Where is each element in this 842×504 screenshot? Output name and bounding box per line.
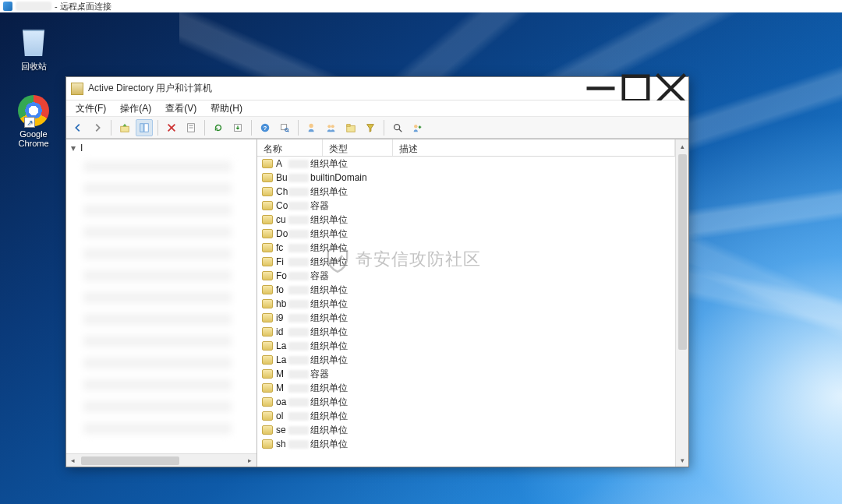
list-row[interactable]: i9组织单位 [257,311,675,325]
ou-folder-icon [262,425,273,435]
chrome-shortcut[interactable]: ↗ Google Chrome [6,95,61,148]
column-type[interactable]: 类型 [323,139,393,156]
delete-button[interactable] [163,119,180,136]
row-name-blurred [288,202,309,210]
rdp-icon [3,2,12,11]
refresh-button[interactable] [210,119,227,136]
tree-pane[interactable]: ▾I ◂ ▸ [66,139,257,467]
row-name-blurred [288,356,309,365]
list-body[interactable]: A组织单位BubuiltinDomainCh组织单位Co容器cu组织单位Do组织… [257,157,675,467]
menu-view[interactable]: 查看(V) [159,100,203,117]
row-type: 组织单位 [309,241,379,255]
column-name[interactable]: 名称 [257,139,323,156]
row-name-blurred [288,230,309,238]
properties-button[interactable] [182,119,200,136]
find-button[interactable] [276,119,293,136]
column-description[interactable]: 描述 [393,139,675,156]
list-row[interactable]: cu组织单位 [257,213,675,227]
list-row[interactable]: Fi组织单位 [257,255,675,269]
list-row[interactable]: Fo容器 [257,269,675,283]
row-name-blurred [288,244,309,252]
ou-folder-icon [262,229,273,238]
maximize-button[interactable] [618,77,653,100]
list-row[interactable]: M组织单位 [257,381,675,395]
recycle-bin-icon[interactable]: 回收站 [6,26,61,72]
aduc-titlebar[interactable]: Active Directory 用户和计算机 [66,77,688,100]
scroll-thumb[interactable] [678,154,687,350]
list-row[interactable]: sh组织单位 [257,437,675,451]
filter-button[interactable] [362,119,379,136]
recycle-bin-label: 回收站 [6,61,61,72]
toolbar-separator [384,120,384,136]
toolbar-separator [298,120,299,136]
list-vertical-scrollbar[interactable]: ▴ ▾ [675,139,688,467]
window-controls [583,77,688,100]
list-row[interactable]: se组织单位 [257,423,675,437]
list-row[interactable]: La组织单位 [257,339,675,353]
menu-help[interactable]: 帮助(H) [204,100,249,117]
new-group-button[interactable] [323,119,340,136]
row-name-blurred [288,384,309,393]
tree-horizontal-scrollbar[interactable]: ◂ ▸ [66,453,256,467]
row-type: 容器 [309,270,379,283]
row-name-prefix: sh [276,439,287,449]
menu-action[interactable]: 操作(A) [114,100,157,117]
scroll-up-icon[interactable]: ▴ [676,139,688,153]
nav-forward-button[interactable] [89,119,106,136]
list-row[interactable]: ol组织单位 [257,409,675,423]
help-button[interactable]: ? [256,119,274,136]
row-type: 组织单位 [309,213,379,227]
list-row[interactable]: oa组织单位 [257,395,675,409]
row-name-blurred [288,160,309,168]
list-row[interactable]: Ch组织单位 [257,185,675,199]
export-list-button[interactable] [229,119,246,136]
ou-folder-icon [262,187,273,196]
list-row[interactable]: id组织单位 [257,325,675,339]
list-row[interactable]: Do组织单位 [257,227,675,241]
list-row[interactable]: fc组织单位 [257,241,675,255]
list-row[interactable]: Co容器 [257,199,675,213]
add-to-group-button[interactable] [409,119,426,136]
row-name-blurred [288,258,309,266]
row-type: builtinDomain [309,172,379,183]
ou-folder-icon [262,285,273,294]
row-name-prefix: Fo [276,270,287,281]
ou-folder-icon [262,215,273,224]
search-button[interactable] [389,119,406,136]
list-row[interactable]: fo组织单位 [257,283,675,297]
row-name-blurred [288,286,309,294]
svg-line-24 [399,129,402,132]
row-name-blurred [288,174,309,182]
show-hide-tree-button[interactable] [136,119,153,136]
list-row[interactable]: A组织单位 [257,157,675,171]
row-type: 组织单位 [309,227,379,241]
scroll-down-icon[interactable]: ▾ [676,453,688,467]
list-row[interactable]: hb组织单位 [257,297,675,311]
row-name-blurred [288,328,309,337]
row-type: 组织单位 [309,298,379,311]
row-name-blurred [288,412,309,421]
close-button[interactable] [653,77,688,100]
ou-folder-icon [262,355,273,365]
up-level-button[interactable] [116,119,133,136]
nav-back-button[interactable] [69,119,87,136]
rdp-host-blurred [16,2,51,11]
expand-collapse-icon[interactable]: ▾ [71,143,79,153]
row-name-blurred [288,398,309,407]
scroll-left-icon[interactable]: ◂ [66,454,80,467]
menu-file[interactable]: 文件(F) [69,100,112,117]
list-row[interactable]: La组织单位 [257,353,675,367]
minimize-button[interactable] [583,77,618,100]
row-name-prefix: Do [276,228,287,239]
chrome-label: Google Chrome [6,129,61,148]
new-ou-button[interactable] [342,119,359,136]
pane-splitter[interactable] [254,139,260,467]
list-row[interactable]: M容器 [257,367,675,381]
row-name-prefix: La [276,354,287,365]
new-user-button[interactable] [303,119,320,136]
list-row[interactable]: BubuiltinDomain [257,171,675,185]
svg-point-25 [414,125,417,128]
tree-root-node[interactable]: ▾I [66,139,256,157]
scroll-thumb[interactable] [81,456,179,465]
aduc-body: ▾I ◂ ▸ 名称 类型 描述 [66,139,688,467]
